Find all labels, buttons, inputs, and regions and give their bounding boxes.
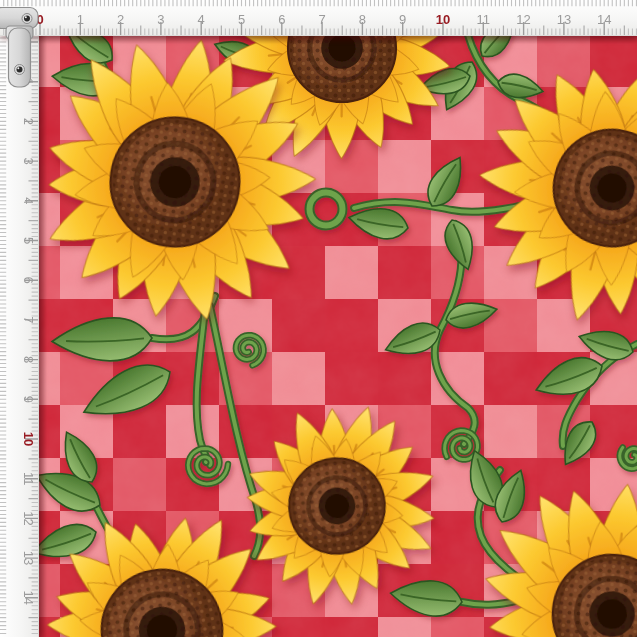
ruler-number: 6 bbox=[278, 12, 285, 27]
rivet-highlight bbox=[25, 16, 27, 18]
ruler-number: 14 bbox=[597, 12, 611, 27]
ruler-number: 6 bbox=[21, 277, 36, 284]
rivet-highlight bbox=[17, 67, 19, 69]
fabric-print bbox=[38, 35, 637, 637]
ruler-top: 01234567891011121314 bbox=[0, 0, 637, 36]
ruler-number: 13 bbox=[557, 12, 571, 27]
ruler-number: 12 bbox=[516, 12, 530, 27]
ruler-number: 3 bbox=[157, 12, 164, 27]
ruler-number: 10 bbox=[21, 432, 36, 446]
ruler-number: 11 bbox=[477, 12, 491, 27]
ruler-number: 8 bbox=[359, 12, 366, 27]
ruler-number: 2 bbox=[117, 12, 124, 27]
ruler-number: 2 bbox=[21, 118, 36, 125]
ruler-number: 4 bbox=[21, 197, 36, 204]
ruler-number: 5 bbox=[21, 237, 36, 244]
tick-marks-mm bbox=[4, 29, 637, 35]
ruler-number: 12 bbox=[21, 511, 36, 525]
ruler-shadow-left bbox=[38, 35, 47, 637]
fabric-swatch-photo: 01234567891011121314 1234567891011121314 bbox=[0, 0, 637, 637]
ruler-number: 9 bbox=[399, 12, 406, 27]
ruler-number: 3 bbox=[21, 157, 36, 164]
ruler-end-clips bbox=[0, 0, 64, 104]
ruler-number: 9 bbox=[21, 396, 36, 403]
rivet-hole-center bbox=[17, 67, 23, 73]
ruler-number: 5 bbox=[238, 12, 245, 27]
ruler-end-clip-vertical bbox=[9, 28, 31, 87]
ruler-number: 7 bbox=[21, 316, 36, 323]
ruler-number: 13 bbox=[21, 551, 36, 565]
ruler-top-scale: 01234567891011121314 bbox=[0, 0, 637, 35]
tick-marks-outer bbox=[4, 0, 637, 6]
ruler-number: 14 bbox=[21, 591, 36, 605]
ruler-number: 10 bbox=[436, 12, 450, 27]
ruler-number: 8 bbox=[21, 356, 36, 363]
ruler-shadow-top bbox=[38, 35, 637, 44]
ruler-number: 7 bbox=[318, 12, 325, 27]
ruler-number: 4 bbox=[198, 12, 205, 27]
ruler-number: 1 bbox=[77, 12, 84, 27]
rivet-hole-center bbox=[24, 16, 30, 22]
ruler-number: 11 bbox=[21, 472, 36, 486]
